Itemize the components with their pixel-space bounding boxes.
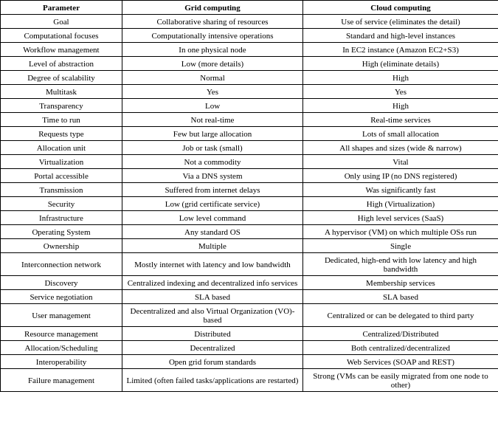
grid-cell: Collaborative sharing of resources: [122, 15, 303, 29]
grid-cell: Not a commodity: [122, 155, 303, 169]
cloud-cell: Both centralized/decentralized: [303, 341, 499, 355]
header-cloud: Cloud computing: [303, 1, 499, 15]
cloud-cell: Standard and high-level instances: [303, 29, 499, 43]
cloud-cell: Use of service (eliminates the detail): [303, 15, 499, 29]
param-cell: Service negotiation: [1, 290, 122, 304]
grid-cell: Yes: [122, 85, 303, 99]
table-row: Resource managementDistributedCentralize…: [1, 327, 499, 341]
table-header-row: Parameter Grid computing Cloud computing: [1, 1, 499, 15]
grid-cell: Any standard OS: [122, 225, 303, 239]
grid-cell: Decentralized and also Virtual Organizat…: [122, 304, 303, 327]
header-parameter: Parameter: [1, 1, 122, 15]
cloud-cell: Vital: [303, 155, 499, 169]
param-cell: Discovery: [1, 276, 122, 290]
grid-cell: Distributed: [122, 327, 303, 341]
table-row: Level of abstractionLow (more details)Hi…: [1, 57, 499, 71]
table-row: Failure managementLimited (often failed …: [1, 369, 499, 392]
param-cell: Transmission: [1, 183, 122, 197]
param-cell: Resource management: [1, 327, 122, 341]
table-row: Computational focusesComputationally int…: [1, 29, 499, 43]
param-cell: Workflow management: [1, 43, 122, 57]
cloud-cell: Dedicated, high-end with low latency and…: [303, 253, 499, 276]
param-cell: Portal accessible: [1, 169, 122, 183]
table-row: SecurityLow (grid certificate service)Hi…: [1, 197, 499, 211]
param-cell: Goal: [1, 15, 122, 29]
grid-cell: Low: [122, 99, 303, 113]
cloud-cell: Single: [303, 239, 499, 253]
param-cell: Allocation/Scheduling: [1, 341, 122, 355]
grid-cell: Via a DNS system: [122, 169, 303, 183]
table-row: Interconnection networkMostly internet w…: [1, 253, 499, 276]
cloud-cell: Was significantly fast: [303, 183, 499, 197]
param-cell: Requests type: [1, 127, 122, 141]
table-row: InfrastructureLow level commandHigh leve…: [1, 211, 499, 225]
table-row: User managementDecentralized and also Vi…: [1, 304, 499, 327]
grid-cell: Suffered from internet delays: [122, 183, 303, 197]
param-cell: Interconnection network: [1, 253, 122, 276]
grid-cell: Normal: [122, 71, 303, 85]
grid-cell: Few but large allocation: [122, 127, 303, 141]
table-row: DiscoveryCentralized indexing and decent…: [1, 276, 499, 290]
grid-cell: Computationally intensive operations: [122, 29, 303, 43]
table-row: Allocation unitJob or task (small)All sh…: [1, 141, 499, 155]
cloud-cell: Yes: [303, 85, 499, 99]
param-cell: Operating System: [1, 225, 122, 239]
cloud-cell: High level services (SaaS): [303, 211, 499, 225]
table-row: Allocation/SchedulingDecentralizedBoth c…: [1, 341, 499, 355]
param-cell: Virtualization: [1, 155, 122, 169]
cloud-cell: In EC2 instance (Amazon EC2+S3): [303, 43, 499, 57]
grid-cell: Not real-time: [122, 113, 303, 127]
param-cell: Allocation unit: [1, 141, 122, 155]
param-cell: Interoperability: [1, 355, 122, 369]
param-cell: Level of abstraction: [1, 57, 122, 71]
param-cell: Degree of scalability: [1, 71, 122, 85]
grid-cell: Centralized indexing and decentralized i…: [122, 276, 303, 290]
table-row: Service negotiationSLA basedSLA based: [1, 290, 499, 304]
cloud-cell: Strong (VMs can be easily migrated from …: [303, 369, 499, 392]
table-row: GoalCollaborative sharing of resourcesUs…: [1, 15, 499, 29]
param-cell: User management: [1, 304, 122, 327]
param-cell: Transparency: [1, 99, 122, 113]
param-cell: Multitask: [1, 85, 122, 99]
grid-cell: Mostly internet with latency and low ban…: [122, 253, 303, 276]
table-row: Operating SystemAny standard OSA hypervi…: [1, 225, 499, 239]
cloud-cell: Lots of small allocation: [303, 127, 499, 141]
cloud-cell: SLA based: [303, 290, 499, 304]
cloud-cell: High (Virtualization): [303, 197, 499, 211]
table-row: OwnershipMultipleSingle: [1, 239, 499, 253]
cloud-cell: Web Services (SOAP and REST): [303, 355, 499, 369]
param-cell: Computational focuses: [1, 29, 122, 43]
header-grid: Grid computing: [122, 1, 303, 15]
param-cell: Ownership: [1, 239, 122, 253]
grid-cell: Limited (often failed tasks/applications…: [122, 369, 303, 392]
grid-cell: SLA based: [122, 290, 303, 304]
grid-cell: Decentralized: [122, 341, 303, 355]
grid-cell: Low (grid certificate service): [122, 197, 303, 211]
grid-cell: Open grid forum standards: [122, 355, 303, 369]
cloud-cell: High: [303, 71, 499, 85]
table-row: Workflow managementIn one physical nodeI…: [1, 43, 499, 57]
comparison-table: Parameter Grid computing Cloud computing…: [0, 0, 498, 392]
cloud-cell: All shapes and sizes (wide & narrow): [303, 141, 499, 155]
cloud-cell: High: [303, 99, 499, 113]
grid-cell: Multiple: [122, 239, 303, 253]
table-row: Requests typeFew but large allocationLot…: [1, 127, 499, 141]
cloud-cell: High (eliminate details): [303, 57, 499, 71]
cloud-cell: Real-time services: [303, 113, 499, 127]
param-cell: Failure management: [1, 369, 122, 392]
table-row: TransparencyLowHigh: [1, 99, 499, 113]
table-row: Degree of scalabilityNormalHigh: [1, 71, 499, 85]
cloud-cell: Only using IP (no DNS registered): [303, 169, 499, 183]
table-row: TransmissionSuffered from internet delay…: [1, 183, 499, 197]
cloud-cell: Centralized/Distributed: [303, 327, 499, 341]
cloud-cell: Membership services: [303, 276, 499, 290]
table-row: VirtualizationNot a commodityVital: [1, 155, 499, 169]
param-cell: Security: [1, 197, 122, 211]
table-row: Time to runNot real-timeReal-time servic…: [1, 113, 499, 127]
cloud-cell: A hypervisor (VM) on which multiple OSs …: [303, 225, 499, 239]
table-row: Portal accessibleVia a DNS systemOnly us…: [1, 169, 499, 183]
grid-cell: Job or task (small): [122, 141, 303, 155]
param-cell: Infrastructure: [1, 211, 122, 225]
grid-cell: Low (more details): [122, 57, 303, 71]
cloud-cell: Centralized or can be delegated to third…: [303, 304, 499, 327]
